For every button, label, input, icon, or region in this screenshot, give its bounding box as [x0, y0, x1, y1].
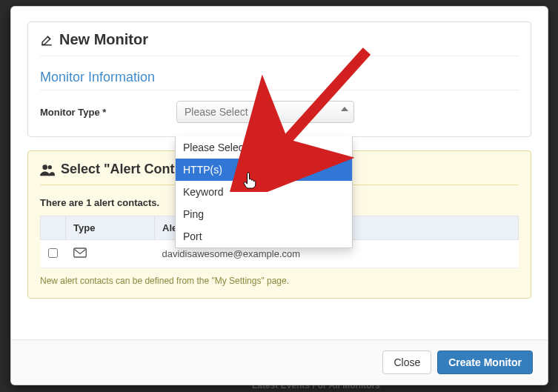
new-monitor-modal: New Monitor Monitor Information Monitor …	[10, 6, 548, 385]
edit-icon	[40, 33, 53, 47]
monitor-type-label: Monitor Type *	[40, 107, 166, 118]
caret-up-icon	[341, 107, 348, 111]
alert-contacts-title-text: Select "Alert Conta	[61, 162, 182, 177]
modal-title-text: New Monitor	[59, 31, 148, 48]
contact-checkbox[interactable]	[48, 248, 58, 258]
create-monitor-button[interactable]: Create Monitor	[437, 351, 533, 374]
modal-footer: Close Create Monitor	[11, 339, 548, 385]
mail-icon	[73, 248, 87, 258]
close-button[interactable]: Close	[382, 351, 431, 374]
monitor-type-select-button[interactable]: Please Select	[176, 101, 354, 123]
option-keyword[interactable]: Keyword	[176, 181, 352, 203]
alert-contacts-hint: New alert contacts can be defined from t…	[40, 276, 519, 286]
monitor-info-panel: New Monitor Monitor Information Monitor …	[27, 21, 531, 137]
col-checkbox	[41, 216, 66, 240]
svg-point-0	[42, 165, 47, 170]
people-icon	[40, 163, 55, 176]
section-title: Monitor Information	[40, 70, 519, 90]
option-ping[interactable]: Ping	[176, 203, 352, 225]
monitor-type-row: Monitor Type * Please Select	[40, 101, 519, 123]
option-please-select[interactable]: Please Select	[176, 136, 352, 159]
svg-rect-2	[73, 248, 86, 257]
option-port[interactable]: Port	[176, 225, 352, 248]
monitor-type-dropdown[interactable]: Please Select HTTP(s) Keyword Ping Port	[175, 136, 353, 248]
monitor-type-select[interactable]: Please Select	[176, 101, 354, 123]
svg-point-1	[48, 165, 52, 169]
option-https[interactable]: HTTP(s)	[176, 159, 352, 181]
col-type: Type	[66, 216, 155, 240]
modal-title: New Monitor	[40, 31, 519, 56]
